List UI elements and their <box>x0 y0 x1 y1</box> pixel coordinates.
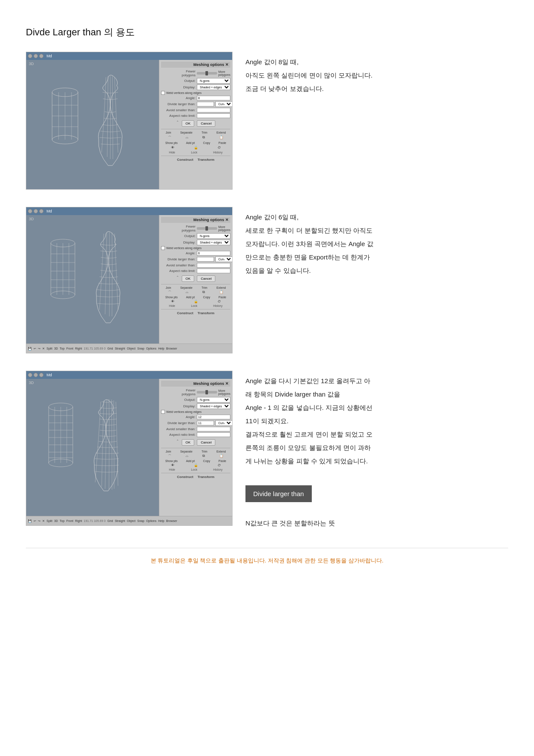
toolbar-grid-3[interactable]: Grid <box>107 519 113 522</box>
lock-icon[interactable]: 🔒 <box>194 146 198 150</box>
paste-icon[interactable]: 📋 <box>219 135 224 140</box>
toolbar-top[interactable]: Top <box>60 347 65 350</box>
angle-input-1[interactable] <box>197 96 230 100</box>
toolbar-delete[interactable]: ✕ <box>42 347 45 350</box>
weld-checkbox-2[interactable] <box>161 246 165 250</box>
extend-icon[interactable]: Extend <box>217 131 226 134</box>
text-line-2-5: 있음을 알 수 있습니다. <box>245 265 508 276</box>
cancel-button-1[interactable]: Cancel <box>197 120 215 127</box>
join-icon-3[interactable]: Join <box>166 450 171 453</box>
hide-icon-2[interactable]: 👁 <box>171 300 174 303</box>
lock-icon-3[interactable]: 🔒 <box>194 463 198 467</box>
divide-input-2[interactable] <box>197 257 214 262</box>
toolbar-split[interactable]: Split <box>47 347 53 350</box>
trim-icon[interactable]: Trim <box>202 131 208 134</box>
display-select-3[interactable]: Shaded + edges <box>197 403 230 409</box>
toolbar-straight-3[interactable]: Straight <box>115 519 125 522</box>
toolbar-object-3[interactable]: Object <box>127 519 136 522</box>
aspect-input-1[interactable] <box>197 113 230 118</box>
icon-e[interactable]: ⌒ <box>168 454 171 459</box>
curved-select-3[interactable]: Curved <box>215 420 232 426</box>
cancel-button-2[interactable]: Cancel <box>197 275 215 282</box>
toolbar-3d-3[interactable]: 3D <box>54 519 58 522</box>
toolbar-right[interactable]: Right <box>75 347 82 350</box>
weld-checkbox-3[interactable] <box>161 410 165 414</box>
icon-c[interactable]: ⧉ <box>202 290 205 295</box>
toolbar-snap[interactable]: Snap <box>137 347 144 350</box>
avoid-label-2: Avoid smaller than: <box>161 263 196 267</box>
toolbar-undo[interactable]: ↩ <box>34 347 36 350</box>
history-icon-3[interactable]: ⏱ <box>217 463 221 467</box>
icon-a[interactable]: ⌒ <box>168 290 171 295</box>
divide-input-1[interactable] <box>197 102 214 106</box>
ok-button-3[interactable]: OK <box>182 439 195 446</box>
separate-icon-3[interactable]: Separate <box>180 450 192 453</box>
toolbar-options-3[interactable]: Options <box>146 519 156 522</box>
curved-select-1[interactable]: Curved <box>215 101 232 107</box>
toolbar-front-3[interactable]: Front <box>66 519 73 522</box>
extend-icon-2[interactable]: Extend <box>217 286 226 289</box>
toolbar-3d[interactable]: 3D <box>54 347 58 350</box>
display-select[interactable]: Shaded + edges <box>197 84 230 90</box>
cancel-button-3[interactable]: Cancel <box>197 439 215 446</box>
display-select-2[interactable]: Shaded + edges <box>197 240 230 245</box>
toolbar-undo-3[interactable]: ↩ <box>34 519 36 523</box>
copy-icon[interactable]: ⧉ <box>202 135 205 140</box>
icon-d[interactable]: 📋 <box>219 290 224 295</box>
polygon-slider[interactable] <box>197 72 217 75</box>
ok-button-2[interactable]: OK <box>182 275 195 282</box>
toolbar-top-3[interactable]: Top <box>60 519 65 522</box>
toolbar-object[interactable]: Object <box>127 347 136 350</box>
toolbar-delete-3[interactable]: ✕ <box>42 519 45 523</box>
surface-icon[interactable]: ⌓ <box>186 135 188 140</box>
icon-h[interactable]: 📋 <box>219 454 224 459</box>
toolbar-straight[interactable]: Straight <box>115 347 125 350</box>
curved-select-2[interactable]: Curved <box>215 256 232 262</box>
toolbar-snap-3[interactable]: Snap <box>137 519 144 522</box>
toolbar-grid[interactable]: Grid <box>107 347 113 350</box>
lock-icon-2[interactable]: 🔒 <box>194 300 198 303</box>
toolbar-save-3[interactable]: 💾 <box>28 519 32 523</box>
avoid-input-1[interactable] <box>197 108 230 112</box>
icon-f[interactable]: ⌓ <box>186 454 188 459</box>
divide-input-3[interactable] <box>197 421 214 425</box>
aspect-input-2[interactable] <box>197 269 230 273</box>
join-icon[interactable]: Join <box>166 131 171 134</box>
avoid-input-2[interactable] <box>197 263 230 268</box>
output-select-2[interactable]: N-gons <box>197 233 230 239</box>
output-select[interactable]: N-gons <box>197 78 230 84</box>
ok-button-1[interactable]: OK <box>182 120 195 127</box>
hide-icon[interactable]: 👁 <box>171 146 174 150</box>
weld-checkbox[interactable] <box>161 91 165 95</box>
icon-b[interactable]: ⌓ <box>186 290 188 295</box>
toolbar-front[interactable]: Front <box>66 347 73 350</box>
angle-input-3[interactable] <box>197 415 230 419</box>
trim-icon-2[interactable]: Trim <box>202 286 208 289</box>
extend-icon-3[interactable]: Extend <box>217 450 226 453</box>
toolbar-right-3[interactable]: Right <box>75 519 82 522</box>
polygon-slider-3[interactable] <box>197 391 217 394</box>
avoid-input-3[interactable] <box>197 427 230 431</box>
angle-input-2[interactable] <box>197 251 230 256</box>
aspect-input-3[interactable] <box>197 432 230 437</box>
toolbar-options[interactable]: Options <box>146 347 156 350</box>
toolbar-redo-3[interactable]: ↪ <box>38 519 40 523</box>
history-icon-2[interactable]: ⏱ <box>217 300 221 303</box>
toolbar-save[interactable]: 💾 <box>28 347 32 350</box>
join-icon-2[interactable]: Join <box>166 286 171 289</box>
polygon-slider-2[interactable] <box>197 227 217 230</box>
curve-icon[interactable]: ⌒ <box>168 135 171 140</box>
history-icon[interactable]: ⏱ <box>217 146 221 150</box>
toolbar-redo[interactable]: ↪ <box>38 347 40 350</box>
separate-icon[interactable]: Separate <box>180 131 192 134</box>
toolbar-browser-3[interactable]: Browser <box>166 519 177 522</box>
toolbar-browser[interactable]: Browser <box>166 347 177 350</box>
separate-icon-2[interactable]: Separate <box>180 286 192 289</box>
toolbar-help-3[interactable]: Help <box>158 519 164 522</box>
hide-icon-3[interactable]: 👁 <box>171 463 174 467</box>
trim-icon-3[interactable]: Trim <box>202 450 208 453</box>
toolbar-split-3[interactable]: Split <box>47 519 53 522</box>
toolbar-help[interactable]: Help <box>158 347 164 350</box>
icon-g[interactable]: ⧉ <box>202 454 205 459</box>
output-select-3[interactable]: N-gons <box>197 397 230 403</box>
